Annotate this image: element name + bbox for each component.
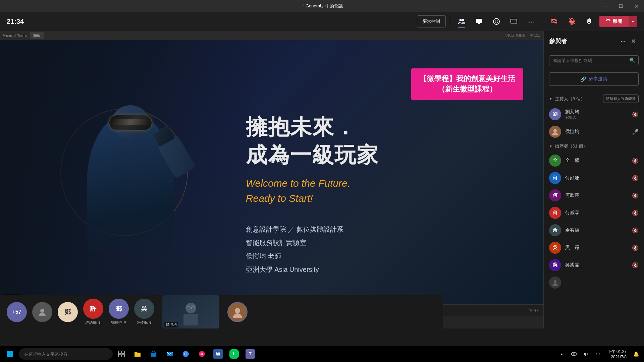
search-wrapper: 🔍 <box>549 55 639 65</box>
search-area: 🔍 <box>544 52 644 69</box>
word-button[interactable]: W <box>211 347 225 361</box>
reactions-icon <box>493 18 500 25</box>
attendee-yu[interactable]: 余 余宥頡 🔇 <box>544 222 644 239</box>
request-control-button[interactable]: 要求控制 <box>417 15 446 27</box>
chat-icon <box>476 18 482 25</box>
raise-hand-icon <box>586 18 593 25</box>
svg-rect-23 <box>151 353 156 357</box>
panel-header: 參與者 ··· ✕ <box>544 31 644 52</box>
toolbar-divider-2 <box>543 16 543 26</box>
attendee-quan[interactable]: 全 全 馨 🔇 <box>544 152 644 169</box>
more-button[interactable]: ··· <box>524 14 539 29</box>
he2-mic: 🔇 <box>632 192 639 199</box>
search-input[interactable] <box>553 58 627 63</box>
attendee-wu1[interactable]: 吳 吳 錚 🔇 <box>544 239 644 256</box>
taskbar-search-input[interactable] <box>19 348 113 360</box>
keyboard-layout-icon[interactable]: 中 <box>593 347 603 361</box>
avatar-hou <box>549 126 561 138</box>
participant-deng[interactable]: 鄧 鄧宸伃 🎙 <box>109 299 129 325</box>
svg-point-7 <box>40 309 44 313</box>
maximize-button[interactable]: □ <box>613 0 629 12</box>
store-button[interactable] <box>146 347 161 361</box>
attendee-he3[interactable]: 何 何威霖 🔇 <box>544 204 644 222</box>
attendees-section-header[interactable]: ▼ 出席者（61 個） <box>544 140 644 152</box>
avatar-zheng: 鄭 <box>58 302 78 322</box>
chat-button[interactable] <box>472 14 486 29</box>
invite-button[interactable]: 🔗 分享邀請 <box>549 72 639 86</box>
participant-avatar-generic[interactable] <box>32 302 52 322</box>
avatar-liu: 劉 <box>549 108 561 120</box>
video-toggle-button[interactable] <box>547 14 562 29</box>
wu2-mic: 🔇 <box>632 262 639 268</box>
pink-banner: 【微學程】我的創意美好生活 （新生微型課程） <box>411 68 523 100</box>
svg-point-31 <box>573 353 575 355</box>
windows-icon <box>7 351 13 357</box>
svg-point-2 <box>493 18 499 24</box>
svg-rect-16 <box>10 351 13 354</box>
panel-more-icon: ··· <box>621 38 626 45</box>
participant-wu[interactable]: 吳 吳倚珉 🎙 <box>134 299 154 325</box>
participant-zheng[interactable]: 鄭 <box>58 302 78 322</box>
bottom-strip: +57 鄭 許 許語璊 🎙 <box>0 295 443 328</box>
character-figure <box>67 92 194 253</box>
network-icon[interactable] <box>569 347 579 361</box>
avatar-yu: 余 <box>549 224 561 236</box>
avatar-he1: 何 <box>549 172 561 184</box>
raise-hand-button[interactable] <box>582 14 597 29</box>
tray-arrow-button[interactable]: ▲ <box>556 347 567 361</box>
chrome-button[interactable] <box>178 347 193 361</box>
start-button[interactable] <box>3 347 17 361</box>
host-liu[interactable]: 劉 劉芃均 召集人 🔇 <box>544 106 644 123</box>
liu-info: 劉芃均 召集人 <box>565 109 628 120</box>
he3-name: 何威霖 <box>565 210 628 216</box>
browser-tab[interactable]: 簡報 <box>30 32 44 39</box>
presenter-video-frame[interactable]: 侯愷均 <box>162 295 219 329</box>
attendee-partial[interactable]: ... <box>544 274 644 291</box>
notification-button[interactable]: 🔔 <box>631 347 641 361</box>
window-title: 「General」中的會議 <box>301 3 343 9</box>
panel-close-icon: ✕ <box>631 38 636 45</box>
line-icon: L <box>229 349 239 359</box>
mail-icon <box>166 351 173 357</box>
svg-point-27 <box>185 353 187 355</box>
participants-overflow[interactable]: +57 <box>7 302 27 322</box>
invite-icon: 🔗 <box>580 76 586 82</box>
task-view-button[interactable] <box>114 347 129 361</box>
slide-subtitle: Welcome to the Future. Ready to Start! <box>246 176 523 206</box>
svg-point-0 <box>460 19 462 21</box>
avatar-wu1: 吳 <box>549 242 561 254</box>
reactions-button[interactable] <box>489 14 504 29</box>
file-explorer-button[interactable] <box>130 347 145 361</box>
svg-point-3 <box>495 20 496 21</box>
mute-all-button[interactable]: 將所有人設為靜音 <box>603 95 639 103</box>
volume-icon[interactable] <box>581 347 591 361</box>
attendee-he2[interactable]: 何 何欣芸 🔇 <box>544 187 644 204</box>
host-hou[interactable]: 侯愷均 🎤 <box>544 123 644 140</box>
participants-button[interactable] <box>454 14 469 29</box>
music-button[interactable] <box>195 347 209 361</box>
participant-xu[interactable]: 許 許語璊 🎙 <box>83 299 103 325</box>
taskbar-time: 下午 01:27 2021/7/8 <box>605 349 629 359</box>
generic-avatar <box>32 302 52 322</box>
hou-mic-icon: 🎤 <box>632 129 639 135</box>
attendee-wu2[interactable]: 吳 吳柔霏 🔇 <box>544 256 644 274</box>
share-screen-button[interactable] <box>506 14 521 29</box>
slide-info-block: 創意設計學院 ／ 數位媒體設計系 智能服務設計實驗室 侯愷均 老師 亞洲大學 A… <box>246 223 523 276</box>
line-button[interactable]: L <box>227 347 241 361</box>
banner-text-line2: （新生微型課程） <box>419 84 515 95</box>
close-button[interactable]: ✕ <box>629 0 644 12</box>
avatar-wu: 吳 <box>134 299 154 319</box>
mic-toggle-button[interactable] <box>565 14 579 29</box>
teams-button[interactable]: T <box>243 347 258 361</box>
mail-button[interactable] <box>162 347 177 361</box>
leave-caret-button[interactable]: ▾ <box>628 16 637 27</box>
search-icon[interactable]: 🔍 <box>629 58 635 63</box>
leave-button[interactable]: 離開 <box>599 16 628 27</box>
panel-more-button[interactable]: ··· <box>618 37 628 46</box>
participant-extra[interactable] <box>227 302 248 322</box>
panel-close-button[interactable]: ✕ <box>628 36 639 46</box>
minimize-button[interactable]: ─ <box>598 0 613 12</box>
presentation-area: Microsoft Teams 簡報 7月8日 星期四 下午 1:17 <box>0 31 543 328</box>
attendee-he1[interactable]: 何 何好婕 🔇 <box>544 169 644 187</box>
hosts-section-header[interactable]: ▼ 主持人（3 個） 將所有人設為靜音 <box>544 92 644 106</box>
